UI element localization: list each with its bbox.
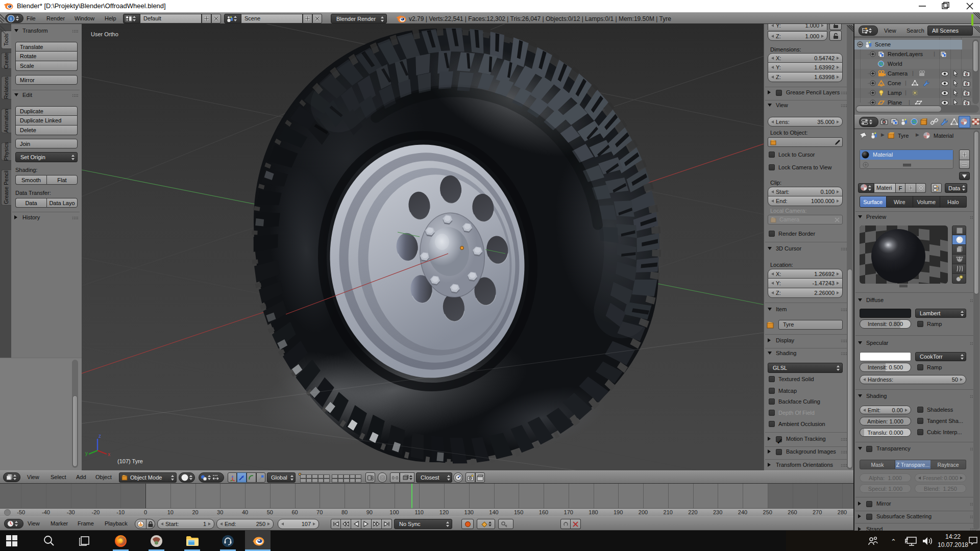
svg-text:y: y bbox=[85, 450, 88, 456]
svg-text:z: z bbox=[99, 433, 101, 439]
svg-text:x: x bbox=[108, 452, 110, 457]
svg-text:i: i bbox=[10, 16, 12, 21]
